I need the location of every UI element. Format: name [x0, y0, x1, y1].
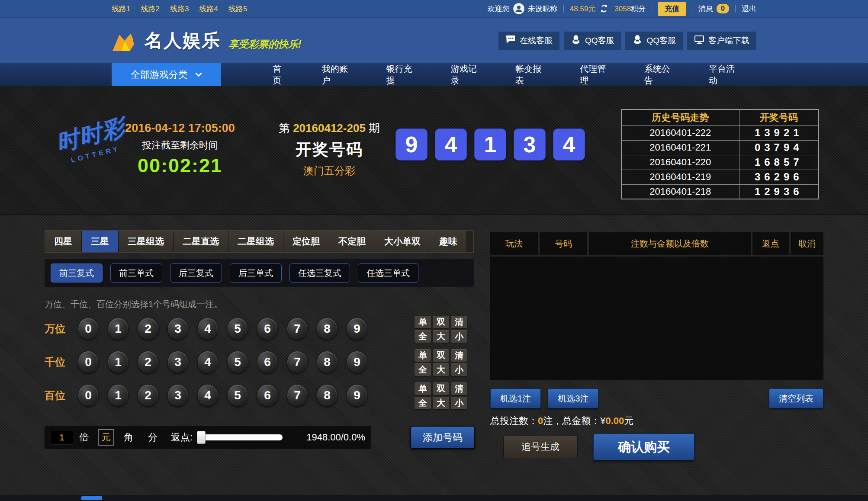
nav-item-系统公告[interactable]: 系统公告 [627, 63, 692, 86]
confirm-purchase-button[interactable]: 确认购买 [593, 434, 694, 460]
digit-ball[interactable]: 4 [198, 351, 218, 373]
tab-二星组选[interactable]: 二星组选 [228, 231, 283, 252]
quick-clear-button[interactable]: 清 [451, 316, 467, 328]
quick-even-button[interactable]: 双 [433, 316, 449, 328]
nav-item-帐变报表[interactable]: 帐变报表 [498, 63, 563, 86]
subtab-前三单式[interactable]: 前三单式 [110, 263, 162, 283]
digit-ball[interactable]: 9 [347, 351, 367, 373]
quick-small-button[interactable]: 小 [451, 330, 467, 343]
quick-big-button[interactable]: 大 [433, 330, 449, 343]
multiplier-input[interactable] [51, 430, 73, 445]
line-link[interactable]: 线路5 [228, 4, 247, 14]
digit-ball[interactable]: 5 [228, 385, 248, 406]
quick-small-button[interactable]: 小 [451, 397, 467, 409]
digit-ball[interactable]: 4 [198, 385, 218, 406]
subtab-前三复式[interactable]: 前三复式 [51, 263, 103, 283]
service-button-客户端下载[interactable]: 客户端下载 [687, 32, 756, 50]
digit-ball[interactable]: 5 [228, 351, 248, 373]
digit-ball[interactable]: 6 [257, 351, 277, 373]
service-button-QQ客服[interactable]: QQ客服 [564, 32, 621, 50]
digit-ball[interactable]: 8 [317, 318, 337, 340]
quick-big-button[interactable]: 大 [433, 397, 449, 409]
line-link[interactable]: 线路3 [170, 4, 189, 14]
line-link[interactable]: 线路4 [199, 4, 218, 14]
digit-ball[interactable]: 7 [287, 351, 307, 373]
digit-ball[interactable]: 2 [138, 318, 158, 340]
quick-even-button[interactable]: 双 [433, 382, 449, 395]
nav-item-我的账户[interactable]: 我的账户 [305, 63, 370, 86]
digit-ball[interactable]: 7 [287, 385, 307, 406]
digit-ball[interactable]: 6 [257, 385, 277, 406]
rebate-slider[interactable] [197, 434, 283, 440]
digit-ball[interactable]: 8 [317, 385, 337, 406]
quick-odd-button[interactable]: 单 [415, 316, 431, 328]
service-button-QQ客服[interactable]: QQ客服 [625, 32, 683, 50]
all-games-dropdown[interactable]: 全部游戏分类 [112, 63, 221, 86]
line-link[interactable]: 线路1 [112, 4, 130, 14]
clear-list-button[interactable]: 清空列表 [769, 389, 823, 408]
digit-ball[interactable]: 0 [78, 318, 98, 340]
quick-small-button[interactable]: 小 [451, 363, 467, 376]
subtab-后三复式[interactable]: 后三复式 [170, 263, 222, 283]
subtab-任选三单式[interactable]: 任选三单式 [358, 263, 418, 283]
nav-item-平台活动[interactable]: 平台活动 [692, 63, 756, 86]
digit-ball[interactable]: 3 [168, 318, 188, 340]
quick-odd-button[interactable]: 单 [415, 382, 431, 395]
nickname[interactable]: 未设昵称 [528, 4, 557, 14]
random-1-button[interactable]: 机选1注 [490, 389, 541, 408]
subtab-任选三复式[interactable]: 任选三复式 [289, 263, 350, 283]
unit-角[interactable]: 角 [121, 430, 136, 445]
unit-分[interactable]: 分 [145, 430, 160, 445]
digit-ball[interactable]: 8 [317, 351, 337, 373]
recharge-button[interactable]: 充值 [658, 2, 686, 16]
logout-button[interactable]: 退出 [742, 4, 756, 14]
brand-logo[interactable]: 名人娱乐 享受彩票的快乐! [112, 29, 302, 53]
digit-ball[interactable]: 1 [108, 318, 128, 340]
random-3-button[interactable]: 机选3注 [548, 389, 598, 408]
add-number-button[interactable]: 添加号码 [410, 426, 475, 449]
tab-趣味[interactable]: 趣味 [430, 231, 467, 252]
quick-odd-button[interactable]: 单 [415, 349, 431, 362]
tab-二星直选[interactable]: 二星直选 [174, 231, 228, 252]
digit-ball[interactable]: 3 [168, 385, 188, 406]
service-button-在线客服[interactable]: 在线客服 [498, 32, 559, 50]
quick-all-button[interactable]: 全 [415, 330, 431, 343]
digit-ball[interactable]: 0 [78, 351, 98, 373]
tab-定位胆[interactable]: 定位胆 [283, 231, 329, 252]
tab-不定胆[interactable]: 不定胆 [329, 231, 375, 252]
chase-generate-button[interactable]: 追号生成 [503, 436, 578, 458]
messages-button[interactable]: 消息 0 [698, 4, 729, 14]
digit-ball[interactable]: 1 [108, 385, 128, 406]
nav-item-游戏记录[interactable]: 游戏记录 [434, 63, 498, 86]
tab-四星[interactable]: 四星 [45, 231, 82, 252]
footer-logo-sliver [81, 496, 102, 500]
digit-ball[interactable]: 2 [138, 385, 158, 406]
digit-ball[interactable]: 6 [257, 318, 277, 340]
nav-item-首页[interactable]: 首页 [256, 63, 305, 86]
tab-大小单双[interactable]: 大小单双 [375, 231, 430, 252]
digit-ball[interactable]: 3 [168, 351, 188, 373]
quick-clear-button[interactable]: 清 [451, 349, 467, 362]
digit-ball[interactable]: 4 [198, 318, 218, 340]
digit-ball[interactable]: 9 [347, 385, 367, 406]
digit-ball[interactable]: 1 [108, 351, 128, 373]
rebate-slider-handle[interactable] [197, 431, 206, 444]
refresh-icon[interactable] [600, 4, 608, 13]
nav-item-代理管理[interactable]: 代理管理 [563, 63, 627, 86]
line-link[interactable]: 线路2 [141, 4, 159, 14]
quick-all-button[interactable]: 全 [415, 397, 431, 409]
digit-ball[interactable]: 2 [138, 351, 158, 373]
digit-ball[interactable]: 9 [347, 318, 367, 340]
unit-元[interactable]: 元 [98, 429, 114, 446]
digit-ball[interactable]: 7 [287, 318, 307, 340]
tab-三星组选[interactable]: 三星组选 [119, 231, 174, 252]
nav-item-银行充提[interactable]: 银行充提 [370, 63, 434, 86]
digit-ball[interactable]: 0 [78, 385, 98, 406]
subtab-后三单式[interactable]: 后三单式 [230, 263, 282, 283]
quick-big-button[interactable]: 大 [433, 363, 449, 376]
quick-clear-button[interactable]: 清 [451, 382, 467, 395]
quick-all-button[interactable]: 全 [415, 363, 431, 376]
tab-三星[interactable]: 三星 [82, 231, 119, 252]
digit-ball[interactable]: 5 [228, 318, 248, 340]
quick-even-button[interactable]: 双 [433, 349, 449, 362]
